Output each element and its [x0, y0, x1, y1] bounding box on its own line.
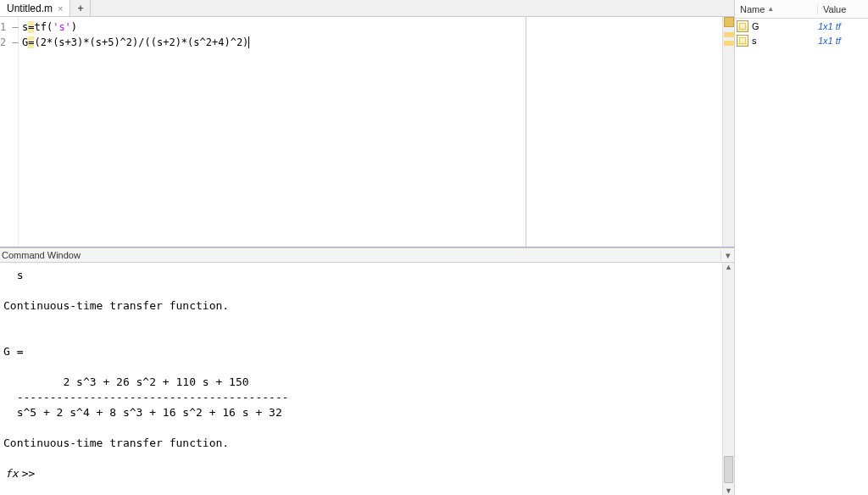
editor-secondary-pane — [526, 17, 722, 247]
variable-name: G — [752, 21, 818, 31]
command-prompt-row: fx>> — [3, 466, 722, 481]
workspace-col-name[interactable]: Name ▲ — [735, 4, 818, 14]
variable-icon — [737, 35, 748, 47]
editor-pane: 1 – 2 – s=tf('s')G=(2*(s+3)*(s+5)^2)/((s… — [0, 17, 734, 248]
code-analyzer-marker[interactable] — [724, 32, 734, 37]
workspace-variable-row[interactable]: s 1x1 tf — [735, 33, 868, 47]
fx-icon[interactable]: fx — [5, 466, 19, 481]
command-prompt: >> — [22, 466, 42, 481]
line-number: 1 — [0, 21, 6, 33]
sort-ascending-icon: ▲ — [767, 5, 774, 13]
plus-icon: + — [77, 3, 83, 14]
command-window-title: Command Window — [2, 250, 81, 260]
variable-name: s — [752, 36, 818, 46]
variable-icon — [737, 20, 748, 32]
tab-untitled[interactable]: Untitled.m × — [0, 0, 70, 16]
command-output: s Continuous-time transfer function. G =… — [3, 269, 289, 449]
command-window-scrollbar[interactable]: ▲ ▼ — [722, 263, 734, 495]
code-line: G=(2*(s+3)*(s+5)^2)/((s+2)*(s^2+4)^2) — [22, 35, 522, 50]
variable-value: 1x1 tf — [818, 21, 841, 31]
workspace-header: Name ▲ Value — [735, 0, 868, 19]
code-editor[interactable]: s=tf('s')G=(2*(s+3)*(s+5)^2)/((s+2)*(s^2… — [19, 17, 526, 247]
editor-tab-bar: Untitled.m × + — [0, 0, 734, 17]
workspace-panel: Name ▲ Value G 1x1 tf s 1x1 tf — [734, 0, 868, 495]
command-window[interactable]: s Continuous-time transfer function. G =… — [0, 263, 722, 495]
scroll-thumb[interactable] — [724, 456, 733, 483]
panel-menu-button[interactable]: ▾ — [721, 250, 734, 261]
close-icon[interactable]: × — [58, 3, 63, 14]
line-number-gutter: 1 – 2 – — [0, 17, 19, 247]
tab-label: Untitled.m — [7, 3, 53, 14]
code-line: s=tf('s') — [22, 19, 522, 35]
new-tab-button[interactable]: + — [70, 0, 91, 16]
variable-value: 1x1 tf — [818, 36, 841, 46]
command-window-titlebar: Command Window ▾ — [0, 248, 734, 263]
workspace-variable-row[interactable]: G 1x1 tf — [735, 19, 868, 33]
line-number: 2 — [0, 36, 6, 48]
scroll-down-icon[interactable]: ▼ — [723, 487, 734, 495]
workspace-col-value[interactable]: Value — [818, 4, 851, 14]
text-cursor — [248, 36, 249, 48]
code-analyzer-marker[interactable] — [724, 41, 734, 46]
scroll-up-icon[interactable]: ▲ — [723, 263, 734, 271]
code-analyzer-indicator[interactable] — [724, 17, 734, 27]
editor-scrollbar[interactable] — [722, 17, 734, 247]
